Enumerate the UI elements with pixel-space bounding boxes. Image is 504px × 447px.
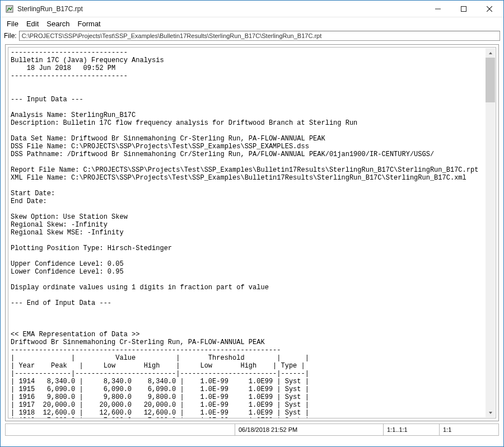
vertical-scrollbar[interactable] (486, 48, 495, 417)
app-icon (5, 4, 14, 13)
menubar: File Edit Search Format (1, 17, 503, 30)
report-panel: ----------------------------- Bulletin 1… (5, 44, 499, 421)
minimize-button[interactable] (425, 1, 451, 17)
menu-search[interactable]: Search (43, 18, 73, 29)
file-path-row: File: (1, 30, 503, 44)
report-text[interactable]: ----------------------------- Bulletin 1… (8, 48, 496, 418)
status-message (5, 424, 235, 436)
menu-file[interactable]: File (3, 18, 22, 29)
file-path-field[interactable] (19, 31, 500, 41)
menu-format[interactable]: Format (74, 18, 105, 29)
svg-marker-9 (489, 412, 492, 414)
svg-rect-5 (461, 6, 466, 11)
svg-marker-8 (489, 52, 492, 54)
close-button[interactable] (477, 1, 502, 17)
maximize-button[interactable] (451, 1, 477, 17)
scroll-up-arrow-icon[interactable] (486, 48, 495, 58)
statusbar: 06/18/2018 21:52 PM 1:1..1:1 1:1 (5, 424, 499, 436)
titlebar: SterlingRun_B17C.rpt (1, 1, 503, 17)
window-title: SterlingRun_B17C.rpt (17, 5, 83, 13)
scroll-thumb[interactable] (486, 58, 495, 102)
scroll-track[interactable] (486, 58, 495, 408)
status-datetime: 06/18/2018 21:52 PM (235, 424, 383, 436)
status-position: 1:1..1:1 (383, 424, 439, 436)
menu-edit[interactable]: Edit (22, 18, 43, 29)
status-cursor: 1:1 (439, 424, 499, 436)
report-viewport: ----------------------------- Bulletin 1… (8, 47, 496, 418)
file-path-label: File: (4, 32, 17, 40)
scroll-down-arrow-icon[interactable] (486, 408, 495, 417)
